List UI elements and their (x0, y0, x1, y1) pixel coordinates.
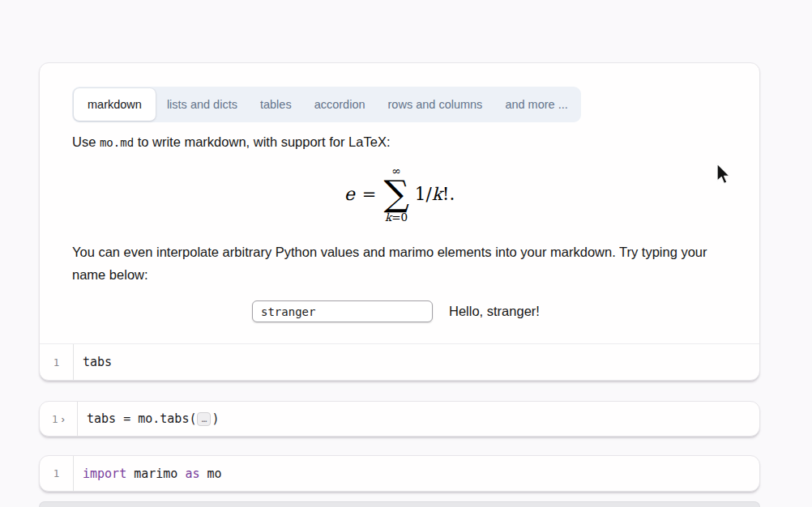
line-number: 1 (53, 356, 60, 369)
cell-code-editor[interactable]: 1 tabs (40, 343, 759, 380)
keyword-as: as (185, 467, 199, 481)
tabs-bar: markdown lists and dicts tables accordio… (72, 87, 581, 122)
cell-tabs-definition: 1 › tabs = mo.tabs(…) (39, 401, 760, 437)
tab-and-more[interactable]: and more ... (494, 88, 579, 121)
latex-formula: e = ∞ ∑ k=0 1/k!. (40, 165, 759, 224)
cell-code-editor[interactable]: 1 › tabs = mo.tabs(…) (40, 402, 759, 436)
formula-equals: = (362, 185, 377, 204)
line-number-gutter: 1 (40, 344, 74, 380)
keyword-import: import (83, 467, 126, 481)
line-number: 1 (53, 467, 60, 479)
next-cell-peek[interactable] (39, 501, 760, 507)
tab-tables[interactable]: tables (249, 88, 303, 121)
code-line[interactable]: import marimo as mo (74, 456, 222, 491)
collapsed-code-chip[interactable]: … (197, 412, 211, 426)
tab-rows-and-columns[interactable]: rows and columns (377, 88, 494, 121)
tab-lists-and-dicts[interactable]: lists and dicts (156, 88, 249, 121)
intro-post: to write markdown, with support for LaTe… (134, 134, 390, 149)
code-line[interactable]: tabs = mo.tabs(…) (78, 402, 220, 436)
formula-rhs: 1/k!. (415, 184, 455, 204)
cell-import: 1 import marimo as mo (39, 455, 760, 492)
line-number-gutter: 1 › (40, 402, 78, 436)
formula-e: e (344, 184, 355, 204)
intro-pre: Use (72, 134, 100, 149)
name-input-row: Hello, stranger! (252, 300, 540, 322)
tab-accordion[interactable]: accordion (303, 88, 377, 121)
body-paragraph: You can even interpolate arbitrary Pytho… (72, 241, 719, 286)
formula-sum-lower: k=0 (385, 212, 408, 224)
name-input[interactable] (252, 300, 433, 322)
sigma-symbol: ∑ (383, 177, 408, 210)
inline-code-mo-md: mo.md (100, 136, 134, 149)
line-number-gutter: 1 (40, 456, 74, 491)
code-line[interactable]: tabs (74, 344, 112, 380)
intro-paragraph: Use mo.md to write markdown, with suppor… (72, 134, 390, 150)
cell-code-editor[interactable]: 1 import marimo as mo (40, 456, 759, 491)
notebook-canvas: markdown lists and dicts tables accordio… (0, 0, 812, 507)
tab-markdown[interactable]: markdown (74, 88, 156, 121)
line-number: 1 (52, 413, 58, 425)
fold-chevron-icon[interactable]: › (62, 414, 65, 424)
formula-sum: ∞ ∑ k=0 (383, 165, 408, 224)
greeting-text: Hello, stranger! (449, 304, 540, 319)
cell-tabs-output: markdown lists and dicts tables accordio… (39, 62, 760, 381)
